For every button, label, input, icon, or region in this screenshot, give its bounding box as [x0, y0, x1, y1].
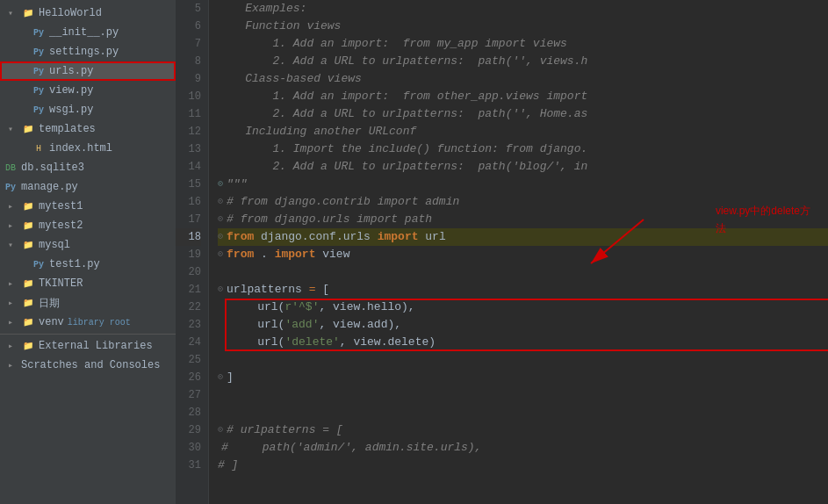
python-file-icon: Py [32, 45, 46, 59]
sidebar-item-label: db.sqlite3 [21, 162, 84, 174]
sidebar-item-label: mytest1 [39, 200, 83, 212]
sidebar-item-label: External Libraries [39, 340, 153, 352]
chevron-down-icon: ▾ [4, 122, 18, 136]
code-line-6: Function views [218, 18, 828, 35]
sidebar-item-label: view.py [49, 84, 93, 97]
sidebar-item-label: __init__.py [49, 26, 119, 39]
python-file-icon: Py [32, 103, 46, 117]
chevron-right-icon: ▸ [4, 277, 18, 291]
chevron-right-icon: ▸ [4, 296, 18, 310]
code-content[interactable]: Examples: Function views 1. Add an impor… [209, 0, 828, 504]
code-line-20 [218, 263, 828, 281]
sidebar-item-index-html[interactable]: H index.html [0, 139, 176, 158]
folder-icon: 📁 [21, 238, 35, 252]
sidebar-item-label: index.html [49, 142, 112, 155]
sidebar-item-mytest2[interactable]: ▸ 📁 mytest2 [0, 216, 176, 235]
db-file-icon: DB [4, 161, 18, 175]
folder-icon: 📁 [21, 296, 35, 310]
sidebar-divider [0, 334, 176, 335]
code-line-23: url('add', view.add), [218, 316, 828, 334]
python-file-icon: Py [32, 64, 46, 78]
chevron-right-icon: ▸ [4, 339, 18, 353]
chevron-right-icon: ▸ [4, 358, 18, 372]
sidebar-item-venv[interactable]: ▸ 📁 venv library root [0, 313, 176, 332]
code-line-17: ⊙ # from django.urls import path [218, 211, 828, 228]
code-line-7: 1. Add an import: from my_app import vie… [218, 35, 828, 53]
code-line-31: # ] [218, 457, 828, 474]
sidebar-item-label: TKINTER [39, 277, 83, 290]
code-line-27 [218, 386, 828, 404]
sidebar-item-wsgi-py[interactable]: Py wsgi.py [0, 100, 176, 119]
code-line-19: ⊙ from . import view [218, 246, 828, 263]
sidebar-item-label: manage.py [21, 181, 78, 193]
sidebar-item-label: mytest2 [39, 220, 83, 232]
sidebar-item-scratches[interactable]: ▸ Scratches and Consoles [0, 356, 176, 375]
sidebar-item-mysql[interactable]: ▾ 📁 mysql [0, 235, 176, 255]
code-line-21: ⊙ urlpatterns = [ [218, 281, 828, 299]
sidebar-item-riqi[interactable]: ▸ 📁 日期 [0, 293, 176, 313]
code-line-9: Class-based views [218, 70, 828, 88]
editor-content: 5 6 7 8 9 10 11 12 13 14 15 16 17 18 19 … [176, 0, 828, 504]
sidebar-item-db-sqlite3[interactable]: DB db.sqlite3 [0, 158, 176, 177]
sidebar-item-label: 日期 [39, 296, 60, 311]
code-line-18: ⊙ from django.conf.urls import url [218, 228, 828, 246]
line-numbers: 5 6 7 8 9 10 11 12 13 14 15 16 17 18 19 … [176, 0, 209, 504]
code-line-16: ⊙ # from django.contrib import admin [218, 193, 828, 211]
folder-icon: 📁 [21, 315, 35, 329]
folder-icon: 📁 [21, 199, 35, 213]
chevron-down-icon: ▾ [4, 238, 18, 252]
sidebar-item-init-py[interactable]: Py __init__.py [0, 23, 176, 42]
folder-icon: 📁 [21, 219, 35, 233]
chevron-right-icon: ▸ [4, 315, 18, 329]
code-line-8: 2. Add a URL to urlpatterns: path('', vi… [218, 53, 828, 70]
folder-icon: 📁 [21, 122, 35, 136]
code-line-26: ⊙ ] [218, 369, 828, 386]
code-line-22: url(r'^$', view.hello), [218, 299, 828, 316]
code-line-30: # path('admin/', admin.site.urls), [218, 439, 828, 457]
python-file-icon: Py [32, 83, 46, 97]
folder-icon: 📁 [21, 6, 35, 20]
code-line-11: 2. Add a URL to urlpatterns: path('', Ho… [218, 105, 828, 123]
sidebar-item-label: mysql [39, 239, 70, 251]
sidebar-item-settings-py[interactable]: Py settings.py [0, 42, 176, 61]
sidebar-item-mytest1[interactable]: ▸ 📁 mytest1 [0, 197, 176, 216]
sidebar-item-label: Scratches and Consoles [21, 359, 160, 371]
python-file-icon: Py [4, 180, 18, 194]
python-file-icon: Py [32, 257, 46, 271]
code-line-5: Examples: [218, 0, 828, 18]
sidebar-item-label: templates [39, 123, 96, 135]
library-root-badge: library root [68, 318, 131, 328]
code-line-10: 1. Add an import: from other_app.views i… [218, 88, 828, 105]
red-box-container: url(r'^$', view.hello), url('add', view.… [218, 299, 828, 351]
sidebar-item-label: urls.py [49, 65, 93, 77]
code-line-24: url('delete', view.delete) [218, 334, 828, 351]
code-line-14: 2. Add a URL to urlpatterns: path('blog/… [218, 158, 828, 176]
folder-icon: 📁 [21, 277, 35, 291]
chevron-down-icon: ▾ [4, 6, 18, 20]
sidebar-item-helloworld[interactable]: ▾ 📁 HelloWorld [0, 4, 176, 23]
sidebar-item-label: wsgi.py [49, 104, 93, 116]
code-line-13: 1. Import the include() function: from d… [218, 140, 828, 158]
code-editor: 5 6 7 8 9 10 11 12 13 14 15 16 17 18 19 … [176, 0, 828, 504]
sidebar-item-label: settings.py [49, 46, 119, 58]
code-line-25 [218, 351, 828, 369]
sidebar-item-label: venv [39, 316, 64, 328]
code-line-15: ⊙ """ [218, 176, 828, 193]
sidebar-item-manage-py[interactable]: Py manage.py [0, 177, 176, 197]
file-tree[interactable]: ▾ 📁 HelloWorld Py __init__.py Py setting… [0, 0, 176, 504]
folder-icon: 📁 [21, 339, 35, 353]
sidebar-item-external-libraries[interactable]: ▸ 📁 External Libraries [0, 336, 176, 356]
code-line-29: ⊙ # urlpatterns = [ [218, 421, 828, 439]
html-file-icon: H [32, 141, 46, 155]
sidebar-item-tkinter[interactable]: ▸ 📁 TKINTER [0, 274, 176, 293]
python-file-icon: Py [32, 25, 46, 40]
chevron-right-icon: ▸ [4, 199, 18, 213]
code-line-12: Including another URLconf [218, 123, 828, 140]
sidebar-item-label: test1.py [49, 258, 100, 270]
sidebar-item-view-py[interactable]: Py view.py [0, 81, 176, 100]
sidebar-item-urls-py[interactable]: Py urls.py [0, 61, 176, 81]
sidebar-item-label: HelloWorld [39, 7, 102, 19]
sidebar-item-templates[interactable]: ▾ 📁 templates [0, 119, 176, 139]
chevron-right-icon: ▸ [4, 219, 18, 233]
sidebar-item-test1-py[interactable]: Py test1.py [0, 255, 176, 274]
